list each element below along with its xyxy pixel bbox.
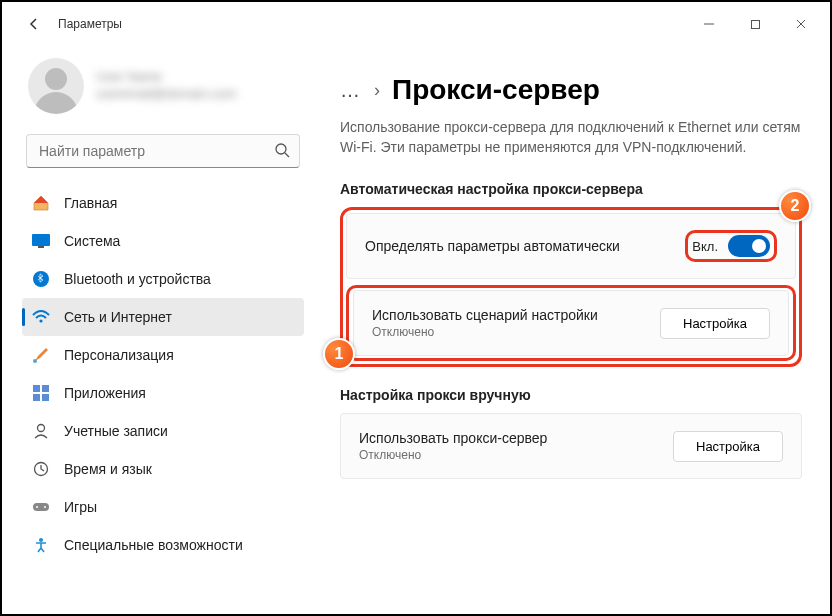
breadcrumb-ellipsis[interactable]: …	[340, 79, 362, 102]
sidebar-item-gaming[interactable]: Игры	[22, 488, 304, 526]
main-content: … › Прокси-сервер Использование прокси-с…	[312, 46, 830, 614]
apps-icon	[32, 384, 50, 402]
clock-icon	[32, 460, 50, 478]
script-title: Использовать сценарий настройки	[372, 307, 598, 323]
svg-rect-7	[38, 246, 44, 248]
sidebar-item-apps[interactable]: Приложения	[22, 374, 304, 412]
marker-2: 2	[779, 190, 811, 222]
svg-rect-13	[33, 394, 40, 401]
svg-point-4	[276, 144, 286, 154]
window-title: Параметры	[58, 17, 122, 31]
titlebar: Параметры	[2, 2, 830, 46]
auto-detect-toggle[interactable]	[728, 235, 770, 257]
back-button[interactable]	[18, 8, 50, 40]
sidebar-item-label: Главная	[64, 195, 117, 211]
script-card: Использовать сценарий настройки Отключен…	[353, 290, 789, 356]
accessibility-icon	[32, 536, 50, 554]
highlight-annotation-group: 1 2 Определять параметры автоматически В…	[340, 207, 802, 367]
search-input[interactable]	[26, 134, 300, 168]
brush-icon	[32, 346, 50, 364]
manual-status: Отключено	[359, 448, 547, 462]
wifi-icon	[32, 308, 50, 326]
user-info: User Name useremail@domain.com	[96, 69, 236, 103]
auto-detect-title: Определять параметры автоматически	[365, 238, 620, 254]
svg-line-5	[285, 153, 289, 157]
sidebar-item-home[interactable]: Главная	[22, 184, 304, 222]
sidebar-item-label: Система	[64, 233, 120, 249]
sidebar-item-bluetooth[interactable]: Bluetooth и устройства	[22, 260, 304, 298]
svg-rect-14	[42, 394, 49, 401]
svg-point-10	[33, 359, 37, 363]
manual-proxy-card: Использовать прокси-сервер Отключено Нас…	[340, 413, 802, 479]
sidebar: User Name useremail@domain.com Главная С…	[2, 46, 312, 614]
person-icon	[32, 422, 50, 440]
minimize-button[interactable]	[686, 8, 732, 40]
sidebar-item-label: Игры	[64, 499, 97, 515]
svg-point-15	[38, 425, 45, 432]
svg-rect-6	[32, 234, 50, 246]
system-icon	[32, 232, 50, 250]
sidebar-item-time[interactable]: Время и язык	[22, 450, 304, 488]
svg-point-18	[36, 506, 38, 508]
svg-rect-17	[33, 503, 49, 511]
bluetooth-icon	[32, 270, 50, 288]
home-icon	[32, 194, 50, 212]
marker-1: 1	[323, 338, 355, 370]
script-status: Отключено	[372, 325, 598, 339]
search-box	[26, 134, 300, 168]
sidebar-item-label: Время и язык	[64, 461, 152, 477]
close-button[interactable]	[778, 8, 824, 40]
auto-detect-toggle-area: Вкл.	[692, 235, 770, 257]
page-title: Прокси-сервер	[392, 74, 600, 106]
sidebar-item-label: Bluetooth и устройства	[64, 271, 211, 287]
svg-point-19	[44, 506, 46, 508]
maximize-button[interactable]	[732, 8, 778, 40]
svg-point-9	[39, 319, 42, 322]
script-configure-button[interactable]: Настройка	[660, 308, 770, 339]
auto-detect-card: Определять параметры автоматически Вкл.	[346, 213, 796, 279]
sidebar-item-network[interactable]: Сеть и Интернет	[22, 298, 304, 336]
sidebar-item-label: Специальные возможности	[64, 537, 243, 553]
sidebar-item-label: Учетные записи	[64, 423, 168, 439]
arrow-left-icon	[27, 17, 41, 31]
avatar	[28, 58, 84, 114]
svg-rect-11	[33, 385, 40, 392]
manual-title: Использовать прокси-сервер	[359, 430, 547, 446]
window-controls	[686, 8, 824, 40]
search-icon	[274, 142, 290, 162]
user-block[interactable]: User Name useremail@domain.com	[22, 58, 304, 114]
breadcrumb: … › Прокси-сервер	[340, 74, 802, 106]
nav-list: Главная Система Bluetooth и устройства С…	[22, 184, 304, 564]
auto-section-label: Автоматическая настройка прокси-сервера	[340, 181, 802, 197]
page-description: Использование прокси-сервера для подключ…	[340, 118, 802, 157]
sidebar-item-accessibility[interactable]: Специальные возможности	[22, 526, 304, 564]
sidebar-item-system[interactable]: Система	[22, 222, 304, 260]
sidebar-item-label: Приложения	[64, 385, 146, 401]
svg-point-20	[39, 538, 43, 542]
svg-rect-1	[751, 20, 759, 28]
gamepad-icon	[32, 498, 50, 516]
svg-rect-12	[42, 385, 49, 392]
sidebar-item-accounts[interactable]: Учетные записи	[22, 412, 304, 450]
manual-section-label: Настройка прокси вручную	[340, 387, 802, 403]
sidebar-item-label: Сеть и Интернет	[64, 309, 172, 325]
sidebar-item-personalization[interactable]: Персонализация	[22, 336, 304, 374]
manual-configure-button[interactable]: Настройка	[673, 431, 783, 462]
chevron-right-icon: ›	[374, 80, 380, 101]
sidebar-item-label: Персонализация	[64, 347, 174, 363]
toggle-label: Вкл.	[692, 239, 718, 254]
